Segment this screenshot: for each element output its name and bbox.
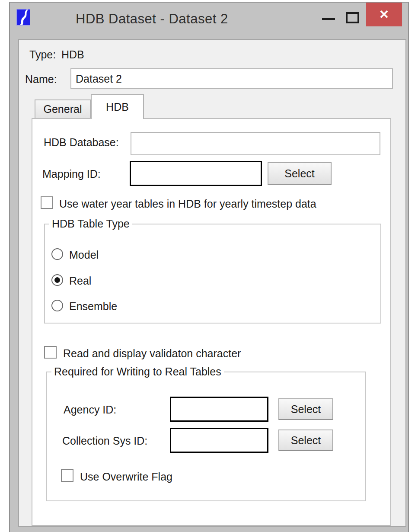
hdb-database-label: HDB Database:: [44, 136, 119, 149]
tab-hdb-label: HDB: [106, 101, 129, 113]
water-year-checkbox[interactable]: [41, 196, 53, 209]
name-input[interactable]: [70, 68, 393, 89]
mapping-id-label: Mapping ID:: [42, 168, 101, 180]
validation-checkbox[interactable]: [44, 346, 57, 359]
agency-id-input[interactable]: [170, 397, 268, 422]
close-button[interactable]: ✕: [366, 3, 402, 26]
close-icon: ✕: [379, 7, 389, 22]
overwrite-flag-checkbox-label[interactable]: Use Overwrite Flag: [80, 471, 172, 483]
minimize-icon: [322, 18, 335, 20]
writing-group-title: Required for Writing to Real Tables: [51, 365, 224, 378]
hdb-tab-panel: HDB Database: Mapping ID: Select Use wat…: [32, 118, 391, 526]
tab-general[interactable]: General: [35, 99, 91, 118]
agency-id-label: Agency ID:: [64, 404, 116, 416]
radio-model-label[interactable]: Model: [69, 249, 99, 261]
type-label: Type:: [29, 48, 56, 61]
writing-group: Required for Writing to Real Tables Agen…: [46, 372, 366, 501]
dialog-window: HDB Dataset - Dataset 2 ✕ Type: HDB Name…: [9, 2, 409, 532]
agency-select-button[interactable]: Select: [278, 398, 333, 420]
water-year-checkbox-label[interactable]: Use water year tables in HDB for yearly …: [59, 198, 316, 210]
validation-checkbox-label[interactable]: Read and display validaton character: [63, 347, 241, 360]
minimize-button[interactable]: [313, 3, 343, 27]
hdb-table-type-group-title: HDB Table Type: [49, 218, 132, 230]
type-value: HDB: [61, 48, 84, 61]
dialog-body: Type: HDB Name: General HDB HDB Database…: [18, 39, 406, 527]
collection-sys-id-label: Collection Sys ID:: [62, 435, 147, 447]
radio-model[interactable]: [51, 248, 63, 260]
maximize-button[interactable]: [343, 3, 367, 27]
tab-general-label: General: [44, 103, 82, 115]
radio-ensemble-label[interactable]: Ensemble: [69, 300, 117, 313]
overwrite-flag-checkbox[interactable]: [61, 469, 73, 482]
riverware-logo-icon[interactable]: [16, 9, 30, 26]
hdb-database-input[interactable]: [131, 132, 380, 155]
radio-ensemble[interactable]: [51, 300, 63, 311]
mapping-id-input[interactable]: [130, 161, 262, 186]
mapping-select-button[interactable]: Select: [268, 162, 332, 185]
name-label: Name:: [25, 73, 57, 86]
window-title: HDB Dataset - Dataset 2: [76, 11, 228, 27]
hdb-table-type-group: HDB Table Type Model Real Ensemble: [44, 224, 381, 324]
tab-hdb[interactable]: HDB: [91, 94, 144, 119]
collection-select-button[interactable]: Select: [278, 429, 333, 451]
radio-real-label[interactable]: Real: [69, 275, 91, 287]
title-bar[interactable]: HDB Dataset - Dataset 2 ✕: [10, 3, 408, 39]
collection-sys-id-input[interactable]: [170, 428, 268, 453]
radio-real[interactable]: [51, 274, 63, 286]
maximize-icon: [346, 12, 359, 23]
